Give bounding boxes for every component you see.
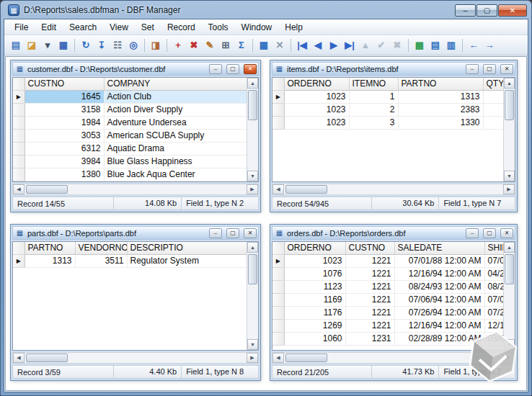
scroll-down-icon[interactable]: ▼	[504, 171, 515, 181]
menu-item-record[interactable]: Record	[161, 21, 201, 34]
grid-cell[interactable]	[483, 103, 503, 116]
scroll-left-icon[interactable]: ◀	[13, 184, 25, 194]
grid-cell[interactable]: 1231	[345, 332, 394, 345]
scroll-down-icon[interactable]: ▼	[504, 339, 515, 350]
column-header-vendorno[interactable]: VENDORNO	[75, 242, 127, 254]
scroll-thumb[interactable]	[248, 90, 257, 120]
grid-cell[interactable]: 3	[349, 116, 398, 129]
grid-cell[interactable]: 1076	[284, 267, 345, 280]
append-record-icon[interactable]: +	[170, 37, 186, 53]
row-selector[interactable]	[13, 142, 25, 155]
vertical-scrollbar[interactable]: ▲ ▼	[503, 242, 515, 350]
grid-cell[interactable]: 1330	[398, 116, 483, 129]
row-selector[interactable]	[13, 129, 25, 142]
grid-cell[interactable]: 1023	[284, 254, 345, 267]
scroll-thumb[interactable]	[285, 185, 327, 194]
child-maximize-button[interactable]: ▢	[226, 228, 239, 238]
grid-cell[interactable]: 1023	[284, 116, 349, 129]
grid-cell[interactable]: 2383	[398, 103, 483, 116]
tile-horizontal-icon[interactable]: ▤	[427, 37, 443, 53]
scroll-thumb[interactable]	[248, 254, 257, 284]
menu-item-set[interactable]: Set	[136, 21, 160, 34]
delete-record-icon[interactable]: ✖	[186, 37, 202, 53]
grid-cell[interactable]: 07/02/	[484, 254, 503, 267]
column-header-custno[interactable]: CUSTNO	[345, 242, 394, 254]
new-table-icon[interactable]: ▤	[8, 37, 24, 53]
grid-cell[interactable]: Blue Glass Happiness	[104, 155, 247, 168]
statistics-icon[interactable]: Σ	[234, 37, 249, 53]
scroll-right-icon[interactable]: ▶	[503, 184, 515, 194]
scroll-left-icon[interactable]: ◀	[272, 184, 284, 194]
grid-cell[interactable]: 3053	[25, 129, 104, 142]
grid-cell[interactable]: 07/06/94 12:00 AM	[394, 293, 484, 306]
scroll-left-icon[interactable]: ◀	[272, 353, 284, 363]
grid-cell[interactable]: American SCUBA Supply	[104, 129, 247, 142]
refresh-icon[interactable]: ↻	[78, 37, 94, 53]
grid-cell[interactable]: 1269	[284, 319, 345, 332]
grid-cell[interactable]: 1060	[284, 332, 345, 345]
child-title-bar[interactable]: ▦ customer.dbf - D:\Reports\customer.dbf…	[12, 62, 259, 76]
scroll-thumb[interactable]	[505, 254, 514, 284]
grid-cell[interactable]: 02/28/89 12:00 AM	[394, 332, 484, 345]
row-selector[interactable]	[272, 116, 284, 129]
row-selector[interactable]	[13, 168, 25, 181]
minimize-button[interactable]: –	[455, 4, 476, 17]
child-minimize-button[interactable]: –	[466, 228, 479, 238]
child-minimize-button[interactable]: –	[466, 64, 479, 74]
scroll-track[interactable]	[68, 184, 247, 194]
menu-item-edit[interactable]: Edit	[35, 21, 62, 34]
scroll-up-icon[interactable]: ▲	[504, 78, 515, 89]
grid-cell[interactable]: 1221	[345, 280, 394, 293]
child-title-bar[interactable]: ▦ orders.dbf - D:\Reports\orders.dbf – ▢…	[272, 226, 515, 240]
scroll-thumb[interactable]	[285, 354, 327, 362]
grid-cell[interactable]: Regulator System	[127, 254, 247, 267]
current-row-indicator[interactable]: ▶	[13, 254, 25, 267]
back-icon[interactable]: ←	[466, 37, 482, 53]
vertical-scrollbar[interactable]: ▲ ▼	[503, 78, 515, 181]
grid-cell[interactable]: Action Club	[104, 90, 247, 103]
scroll-thumb[interactable]	[505, 90, 514, 120]
save-icon[interactable]: ▦	[56, 37, 71, 53]
column-header-itemno[interactable]: ITEMNO	[349, 78, 398, 90]
child-title-bar[interactable]: ▦ items.dbf - D:\Reports\items.dbf – ▢ ✕	[272, 62, 515, 76]
title-bar[interactable]: ▦ D:\Reports\sales.dbfman - DBF Manager …	[4, 1, 528, 19]
grid-cell[interactable]: 1221	[345, 319, 394, 332]
child-close-button[interactable]: ✕	[244, 228, 257, 238]
edit-record-icon[interactable]: ✎	[202, 37, 218, 53]
column-header-shipdate[interactable]: SHIPDATE	[484, 242, 503, 254]
next-record-icon[interactable]: ▶	[326, 37, 342, 53]
close-table-icon[interactable]: ✕	[272, 37, 288, 53]
grid-cell[interactable]: 3511	[75, 254, 127, 267]
child-minimize-button[interactable]: –	[209, 64, 222, 74]
grid-cell[interactable]: 08/24/	[484, 280, 503, 293]
grid-cell[interactable]: 3158	[25, 103, 104, 116]
menu-item-tools[interactable]: Tools	[203, 21, 234, 34]
column-header-orderno[interactable]: ORDERNO	[284, 78, 349, 90]
calculator-icon[interactable]: ⊞	[218, 37, 234, 53]
column-header-qty[interactable]: QTY	[483, 78, 503, 90]
grid-cell[interactable]: 1221	[345, 306, 394, 319]
grid-cell[interactable]: 3984	[25, 155, 104, 168]
child-maximize-button[interactable]: ▢	[483, 64, 496, 74]
grid-cell[interactable]: 12/16/94 12:00 AM	[394, 267, 484, 280]
child-close-button[interactable]: ✕	[244, 64, 257, 74]
scroll-up-icon[interactable]: ▲	[247, 242, 258, 253]
grid-cell[interactable]: 1023	[284, 103, 349, 116]
scroll-right-icon[interactable]: ▶	[247, 184, 258, 194]
grid-cell[interactable]: 07/26/	[484, 306, 503, 319]
grid-cell[interactable]: 1	[349, 90, 398, 103]
scroll-thumb[interactable]	[26, 354, 68, 362]
forward-icon[interactable]: →	[482, 37, 497, 53]
scroll-down-icon[interactable]: ▼	[247, 171, 258, 181]
row-selector[interactable]	[272, 280, 284, 293]
row-selector[interactable]	[13, 155, 25, 168]
first-record-icon[interactable]: |◀	[294, 37, 310, 53]
grid-cell[interactable]: 04/26/	[484, 267, 503, 280]
grid-cell[interactable]: 1221	[345, 267, 394, 280]
child-maximize-button[interactable]: ▢	[483, 228, 496, 238]
grid-cell[interactable]: 07/01/88 12:00 AM	[394, 254, 484, 267]
row-selector[interactable]	[13, 116, 25, 129]
scroll-track[interactable]	[327, 353, 503, 363]
import-icon[interactable]: ↧	[94, 37, 110, 53]
scroll-thumb[interactable]	[26, 185, 68, 194]
